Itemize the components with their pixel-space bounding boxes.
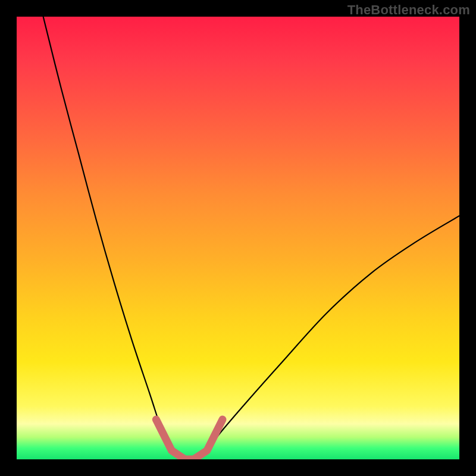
watermark-text: TheBottleneck.com [347,2,470,18]
bottleneck-curve [43,17,459,459]
plot-area [17,17,459,459]
chart-frame: TheBottleneck.com [0,0,476,476]
curve-layer [17,17,459,459]
optimal-marker [156,419,223,459]
